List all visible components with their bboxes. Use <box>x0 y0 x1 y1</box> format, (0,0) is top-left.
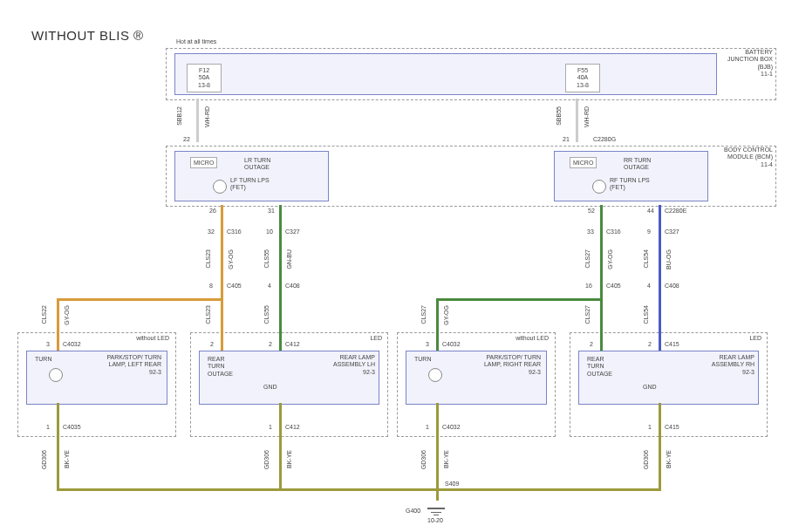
c327l: C327 <box>285 228 300 235</box>
fuse-f12: F1250A13-8 <box>187 64 222 92</box>
box2-b: GND <box>263 384 277 391</box>
p2b-l: 2 <box>590 341 593 348</box>
splice-r-v2 <box>600 290 603 332</box>
splice-r-v1 <box>436 298 439 332</box>
gyog-d: GY-OG <box>443 305 450 325</box>
gnd-bus <box>57 488 661 491</box>
lf-turn: LF TURN LPS (FET) <box>230 177 274 192</box>
box1-bulb-icon <box>49 368 63 382</box>
buog-a: BU-OG <box>666 249 673 269</box>
c316r: C316 <box>606 228 621 235</box>
lr-turn: LR TURN OUTAGE <box>244 157 288 172</box>
cls23-a: CLS23 <box>205 249 212 268</box>
wire-f12-down <box>196 99 199 142</box>
p2a-l: 2 <box>210 341 214 348</box>
cls55-b: CLS55 <box>263 305 270 324</box>
lbl-whrd1: WH-RD <box>204 106 211 127</box>
gd2: GD306 <box>263 450 270 469</box>
lf-fet-icon <box>213 180 227 194</box>
bjb-label: BATTERY JUNCTION BOX (BJB)11-1 <box>720 49 773 78</box>
w26 <box>221 205 223 290</box>
c405r: C405 <box>606 283 621 290</box>
cls54-a: CLS54 <box>643 249 650 268</box>
c4032b: C4032 <box>442 341 461 348</box>
pin-26: 26 <box>209 208 216 215</box>
gnd2 <box>279 403 282 490</box>
c405l: C405 <box>227 283 242 290</box>
s409: S409 <box>445 481 459 488</box>
c4032c: C4032 <box>442 424 461 431</box>
lbl-whrd2: WH-RD <box>584 106 591 127</box>
lbl-sbb12: SBB12 <box>176 106 183 126</box>
cls54-b: CLS54 <box>643 305 650 324</box>
c316l: C316 <box>227 228 242 235</box>
p3b: 3 <box>426 341 429 348</box>
w-box2-in1 <box>221 332 223 351</box>
p2b: 2 <box>648 341 652 348</box>
box2-led: LED <box>363 335 382 342</box>
gnbu-a: GN-BU <box>286 249 293 269</box>
gnd1 <box>57 403 59 490</box>
gyog-b: GY-OG <box>607 249 614 269</box>
c412b: C412 <box>285 424 300 431</box>
gd3: GD306 <box>420 450 427 469</box>
splice-l-h <box>57 298 222 301</box>
w-box1-in <box>57 332 59 351</box>
gnd3 <box>436 403 439 501</box>
gnd4 <box>659 403 661 490</box>
c327r: C327 <box>665 228 679 235</box>
cls27-b: CLS27 <box>420 305 427 324</box>
pin-21: 21 <box>563 136 570 143</box>
c4035: C4035 <box>63 424 81 431</box>
box3-name: PARK/STOP/ TURN LAMP, RIGHT REAR92-3 <box>475 354 541 376</box>
p10: 10 <box>266 228 273 235</box>
fuse-f55: F5540A13-8 <box>565 64 600 92</box>
hot-label: Hot at all times <box>176 38 216 45</box>
rf-turn: RF TURN LPS (FET) <box>610 177 653 192</box>
splice-r-h <box>436 298 602 301</box>
w-box3-in <box>436 332 439 351</box>
c408r: C408 <box>665 283 679 290</box>
c408l: C408 <box>285 283 300 290</box>
cls22: CLS22 <box>41 305 48 324</box>
rr-turn: RR TURN OUTAGE <box>624 157 667 172</box>
cls55-a: CLS55 <box>263 249 270 268</box>
box3-turn: TURN <box>414 356 431 363</box>
box1-name: PARK/STOP/ TURN LAMP, LEFT REAR92-3 <box>96 354 161 376</box>
box3-ledno: without LED <box>505 335 549 342</box>
box2-a: REAR TURN OUTAGE <box>208 356 242 378</box>
gyog-a: GY-OG <box>228 249 235 269</box>
p9: 9 <box>647 228 651 235</box>
w52 <box>600 205 603 290</box>
p33: 33 <box>587 228 594 235</box>
pin-22: 22 <box>183 136 190 143</box>
box4-name: REAR LAMP ASSEMBLY RH92-3 <box>693 354 754 376</box>
gd1: GD306 <box>41 450 48 469</box>
bjb-inner <box>174 53 717 95</box>
lbl-sbb55: SBB55 <box>556 106 563 126</box>
rf-fet-icon <box>592 180 606 194</box>
bkye2: BK-YE <box>286 450 293 468</box>
p1c: 1 <box>426 424 429 431</box>
gyog-c: GY-OG <box>64 305 71 325</box>
c415d: C415 <box>665 424 679 431</box>
pin-44: 44 <box>647 208 654 215</box>
gd4: GD306 <box>643 450 650 469</box>
box1-ledno: without LED <box>126 335 169 342</box>
p4r: 4 <box>647 283 651 290</box>
splice-l-v2 <box>221 290 223 332</box>
w-box2-in2 <box>279 332 282 351</box>
cls27-a: CLS27 <box>584 249 591 268</box>
p2a: 2 <box>269 341 272 348</box>
diagram-title: WITHOUT BLIS ® <box>31 28 144 43</box>
pin-52: 52 <box>588 208 595 215</box>
g400ref: 10-20 <box>427 517 443 524</box>
p32: 32 <box>208 228 215 235</box>
c4032a: C4032 <box>63 341 81 348</box>
bkye3: BK-YE <box>443 450 450 468</box>
w31 <box>279 205 282 290</box>
box4-b: GND <box>643 384 657 391</box>
c2280e: C2280E <box>665 208 686 215</box>
c2280g: C2280G <box>593 136 616 143</box>
p3a: 3 <box>46 341 50 348</box>
